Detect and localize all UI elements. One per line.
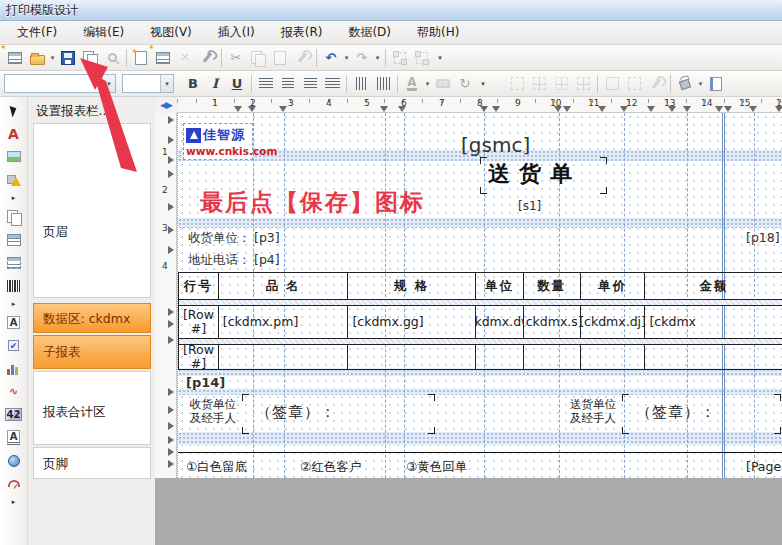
checkbox-tool[interactable]: ✔	[4, 337, 24, 354]
align-right-button[interactable]	[299, 73, 321, 95]
column-marker[interactable]	[554, 106, 562, 112]
design-tool-button[interactable]	[196, 47, 218, 69]
left-seal-label[interactable]: （签章）：	[256, 403, 336, 422]
selection-handle[interactable]	[428, 427, 435, 434]
logo-element[interactable]: 佳智源 www.cnkis.com	[183, 123, 253, 160]
footer-note-1[interactable]: ①白色留底	[186, 459, 247, 476]
new-report-button[interactable]	[4, 47, 26, 69]
web-tool[interactable]	[4, 452, 24, 469]
column-marker[interactable]	[620, 106, 628, 112]
curve-tool[interactable]: ∿	[4, 383, 24, 400]
column-marker[interactable]	[492, 106, 500, 112]
vertical-text-button[interactable]	[350, 73, 372, 95]
address-label[interactable]: 地址电话：	[188, 252, 251, 269]
ungroup-button[interactable]	[411, 47, 433, 69]
format-overflow-button[interactable]: ▾	[476, 82, 490, 86]
receiver-field[interactable]: [p3]	[254, 230, 280, 245]
undo-dropdown[interactable]: ▾	[342, 47, 351, 69]
selection-handle[interactable]	[480, 157, 487, 164]
shape-tool[interactable]	[4, 171, 24, 188]
menu-file[interactable]: 文件(F)	[4, 21, 70, 44]
row-number-cell[interactable]: [Row #]	[179, 306, 219, 338]
selection-handle[interactable]	[242, 394, 249, 401]
cut-button[interactable]: ✂	[225, 47, 247, 69]
redo-dropdown[interactable]: ▾	[373, 47, 382, 69]
table-tool[interactable]	[4, 231, 24, 248]
open-dropdown[interactable]: ▾	[48, 47, 57, 69]
shape-tool-expander[interactable]: ▸	[4, 194, 24, 202]
column-marker[interactable]	[248, 106, 256, 112]
font-color-button[interactable]: A	[401, 73, 423, 95]
panel-splitter[interactable]: ◀▶	[155, 97, 177, 113]
group-button[interactable]	[389, 47, 411, 69]
row-marker[interactable]	[168, 170, 174, 178]
band-page-footer[interactable]: 页脚	[33, 447, 151, 479]
rotate-text-button[interactable]: ↻	[454, 73, 476, 95]
font-family-select[interactable]: ▾	[4, 74, 116, 93]
menu-help[interactable]: 帮助(H)	[404, 21, 472, 44]
column-marker[interactable]	[234, 106, 242, 112]
band-report-summary[interactable]: 报表合计区	[33, 371, 151, 445]
row-marker[interactable]	[168, 308, 174, 316]
col-header[interactable]: 行号	[179, 273, 219, 299]
empty-cell[interactable]	[645, 345, 782, 369]
col-header[interactable]: 品 名	[219, 273, 349, 299]
selection-handle[interactable]	[600, 157, 607, 164]
col-header[interactable]: 单价	[581, 273, 646, 299]
empty-cell[interactable]	[219, 345, 349, 369]
row-number-cell[interactable]: [Row #]	[179, 345, 219, 369]
border-all-button[interactable]	[528, 73, 550, 95]
empty-cell[interactable]	[524, 345, 581, 369]
vertical-text-rtl-button[interactable]	[372, 73, 394, 95]
copy-report-button[interactable]	[79, 47, 101, 69]
underline-button[interactable]: U	[226, 73, 248, 95]
column-marker[interactable]	[683, 106, 691, 112]
page-number-field[interactable]: [Page	[746, 459, 781, 474]
bold-button[interactable]: B	[182, 73, 204, 95]
selection-handle[interactable]	[428, 394, 435, 401]
column-marker[interactable]	[775, 106, 782, 112]
redo-button[interactable]: ↷	[351, 47, 373, 69]
selection-handle[interactable]	[242, 427, 249, 434]
fill-color-dropdown[interactable]: ▾	[696, 73, 705, 95]
empty-cell[interactable]	[581, 345, 646, 369]
align-justify-button[interactable]	[321, 73, 343, 95]
column-marker[interactable]	[380, 106, 388, 112]
selection-handle[interactable]	[622, 394, 629, 401]
row-marker[interactable]	[168, 320, 174, 328]
menu-edit[interactable]: 编辑(E)	[70, 21, 137, 44]
row-marker[interactable]	[168, 336, 174, 344]
paste-button[interactable]	[269, 47, 291, 69]
footer-note-2[interactable]: ②红色客户	[300, 459, 361, 476]
row-marker[interactable]	[168, 203, 174, 211]
col-header[interactable]: 单位	[476, 273, 524, 299]
subtitle-field[interactable]: [s1]	[518, 199, 541, 213]
selection-handle[interactable]	[480, 187, 487, 194]
align-left-button[interactable]	[255, 73, 277, 95]
barcode-tool[interactable]	[4, 277, 24, 294]
horizontal-ruler[interactable]: 1 2 3 4 5 6 7 8 9 10 11 12 13 14 15 16	[177, 97, 782, 113]
column-marker[interactable]	[480, 106, 488, 112]
border-none-button[interactable]	[506, 73, 528, 95]
column-marker[interactable]	[715, 106, 723, 112]
crosstab-tool[interactable]	[4, 254, 24, 271]
save-button[interactable]	[57, 47, 79, 69]
field-cell[interactable]: [ckdmx.s]	[524, 306, 581, 338]
menu-report[interactable]: 报表(R)	[268, 21, 336, 44]
pointer-tool[interactable]	[4, 102, 24, 119]
number-tool[interactable]: 42	[4, 406, 24, 423]
gauge-tool[interactable]	[4, 475, 24, 492]
italic-button[interactable]: I	[204, 73, 226, 95]
p18-field[interactable]: [p18]	[746, 230, 780, 245]
title-bar[interactable]: 打印模版设计	[0, 0, 782, 21]
row-marker[interactable]	[168, 436, 174, 444]
column-marker[interactable]	[598, 106, 606, 112]
row-marker[interactable]	[168, 226, 174, 234]
selection-handle[interactable]	[600, 187, 607, 194]
subreport-tool[interactable]	[4, 208, 24, 225]
col-header[interactable]: 规 格	[348, 273, 476, 299]
menu-data[interactable]: 数据(D)	[335, 21, 404, 44]
font-size-select[interactable]: ▾	[122, 74, 174, 93]
field-cell[interactable]: [ckdmx	[645, 306, 782, 338]
row-marker[interactable]	[168, 136, 174, 144]
